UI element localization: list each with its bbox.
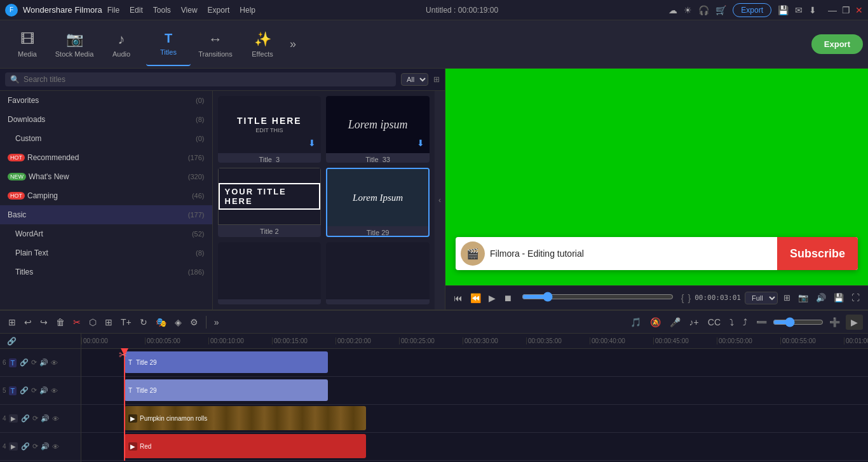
track-eye-6[interactable]: 👁 <box>50 358 58 367</box>
sun-icon[interactable]: ☀ <box>684 5 692 15</box>
track-clip-title29-6[interactable]: T Title 29 <box>125 351 328 373</box>
zoom-level-dropdown[interactable]: Full <box>745 292 778 304</box>
tl-speed[interactable]: ◈ <box>172 315 185 329</box>
track-vol-4r[interactable]: 🔊 <box>40 442 50 451</box>
tl-audio-duck[interactable]: 🎵 <box>627 315 644 329</box>
tab-titles[interactable]: T Titles <box>146 23 191 66</box>
track-link-4r[interactable]: 🔗 <box>20 442 31 451</box>
track-link-5[interactable]: 🔗 <box>19 386 29 395</box>
tl-undo[interactable]: ↩ <box>21 315 35 329</box>
more-tabs-button[interactable]: » <box>287 35 299 53</box>
maximize-button[interactable]: ❐ <box>842 5 850 15</box>
play-button[interactable]: ▶ <box>487 291 498 305</box>
prev-save-button[interactable]: 💾 <box>832 291 846 304</box>
track-cam-5[interactable]: ⟳ <box>31 386 37 395</box>
tl-right-panel[interactable]: ▶ <box>846 315 863 330</box>
tl-color[interactable]: 🎭 <box>153 315 170 329</box>
subscribe-button[interactable]: Subscribe <box>777 237 858 270</box>
sidebar-item-plaintext[interactable]: Plain Text (8) <box>0 243 212 262</box>
track-eye-4r[interactable]: 👁 <box>51 442 60 451</box>
fullscreen-button[interactable]: ⛶ <box>850 291 862 304</box>
preview-timeline-slider[interactable] <box>522 292 674 302</box>
tl-zoom-in[interactable]: ➕ <box>826 315 843 329</box>
title-card-title29[interactable]: Lorem Ipsum Title 29 <box>326 168 430 237</box>
snapshot-button[interactable]: 📷 <box>796 291 810 304</box>
tl-zoom-out[interactable]: ➖ <box>753 315 770 329</box>
title-card-title33[interactable]: Lorem ipsum ⬇ Title_33 <box>326 96 430 163</box>
title-card-title2[interactable]: YOUR TITLE HERE Title 2 <box>218 168 322 237</box>
login-button[interactable]: Export <box>733 3 771 17</box>
title-card-title3[interactable]: TITLE HERE EDIT THIS ⬇ Title_3 <box>218 96 322 163</box>
track-vol-5[interactable]: 🔊 <box>39 386 49 395</box>
tl-delete[interactable]: 🗑 <box>53 315 68 329</box>
tl-cut[interactable]: ✂ <box>70 315 84 329</box>
tl-split[interactable]: ⊞ <box>102 315 116 329</box>
menu-view[interactable]: View <box>181 6 198 15</box>
title-card-empty2[interactable] <box>326 242 430 304</box>
tl-add-track[interactable]: ⊞ <box>5 315 19 329</box>
fit-screen-button[interactable]: ⊞ <box>782 291 792 304</box>
tl-captions[interactable]: CC <box>705 315 724 329</box>
track-link-4v[interactable]: 🔗 <box>20 414 31 423</box>
track-cam-6[interactable]: ⟳ <box>31 358 37 367</box>
filter-dropdown[interactable]: All <box>401 73 428 86</box>
sidebar-item-titles[interactable]: Titles (186) <box>0 262 212 282</box>
search-input[interactable] <box>24 75 391 84</box>
tl-record[interactable]: 🎤 <box>667 315 684 329</box>
sidebar-item-wordart[interactable]: WordArt (52) <box>0 224 212 243</box>
menu-tools[interactable]: Tools <box>153 6 171 15</box>
menu-edit[interactable]: Edit <box>130 6 143 15</box>
close-button[interactable]: ✕ <box>855 5 863 15</box>
tl-silence[interactable]: 🔕 <box>647 315 664 329</box>
track-vol-4v[interactable]: 🔊 <box>40 414 50 423</box>
track-link-button[interactable]: 🔗 <box>4 335 20 348</box>
sidebar-item-recommended[interactable]: HOT Recommended (176) <box>0 148 212 167</box>
menu-export[interactable]: Export <box>208 6 230 15</box>
title33-download-icon[interactable]: ⬇ <box>417 138 424 148</box>
tl-clip-out[interactable]: ⤴ <box>740 315 750 329</box>
track-vol-6[interactable]: 🔊 <box>39 358 49 367</box>
title-card-empty1[interactable] <box>218 242 322 304</box>
track-eye-4v[interactable]: 👁 <box>51 414 60 423</box>
track-cam-4v[interactable]: ⟳ <box>32 414 39 423</box>
mail-icon[interactable]: ✉ <box>795 5 803 15</box>
menu-help[interactable]: Help <box>240 6 255 15</box>
cart-icon[interactable]: 🛒 <box>715 5 726 15</box>
track-link-6[interactable]: 🔗 <box>19 358 29 367</box>
title3-download-icon[interactable]: ⬇ <box>308 138 316 148</box>
track-clip-title29-5[interactable]: T Title 29 <box>125 379 328 401</box>
export-button[interactable]: Export <box>811 34 863 54</box>
tl-crop[interactable]: ⬡ <box>86 315 100 329</box>
sidebar-item-custom[interactable]: Custom (0) <box>0 129 212 148</box>
tab-audio[interactable]: ♪ Audio <box>99 23 144 66</box>
tl-text[interactable]: T+ <box>118 315 135 329</box>
tl-settings[interactable]: ⚙ <box>187 315 201 329</box>
tl-music[interactable]: ♪+ <box>686 315 702 329</box>
grid-view-icon[interactable]: ⊞ <box>433 75 440 84</box>
tl-redo[interactable]: ↪ <box>37 315 51 329</box>
track-clip-pumpkin[interactable]: ▶ Pumpkin cinnamon rolls <box>125 406 366 430</box>
sidebar-item-whats-new[interactable]: NEW What's New (320) <box>0 167 212 186</box>
sidebar-item-basic[interactable]: Basic (177) <box>0 205 212 224</box>
headset-icon[interactable]: 🎧 <box>698 5 709 15</box>
menu-file[interactable]: File <box>107 6 119 15</box>
frame-back-button[interactable]: ⏪ <box>468 291 483 305</box>
tl-clip-in[interactable]: ⤵ <box>726 315 737 329</box>
minimize-button[interactable]: — <box>828 5 837 15</box>
timeline-zoom-slider[interactable] <box>773 317 824 327</box>
tab-transitions[interactable]: ↔ Transitions <box>193 23 238 66</box>
timeline-tracks-scroll[interactable]: 00:00:00 00:00:05:00 00:00:10:00 00:00:1… <box>81 334 868 462</box>
track-eye-5[interactable]: 👁 <box>50 386 58 395</box>
download-icon[interactable]: ⬇ <box>809 5 817 15</box>
tab-media[interactable]: 🎞 Media <box>5 23 50 66</box>
skip-back-button[interactable]: ⏮ <box>452 291 465 305</box>
tab-stock[interactable]: 📷 Stock Media <box>52 23 97 66</box>
stop-button[interactable]: ⏹ <box>501 291 514 305</box>
scroll-arrow[interactable]: ‹ <box>435 91 445 309</box>
tl-more[interactable]: » <box>211 315 222 329</box>
volume-button[interactable]: 🔊 <box>814 291 828 304</box>
cloud-icon[interactable]: ☁ <box>668 5 677 15</box>
sidebar-item-favorites[interactable]: Favorites (0) <box>0 91 212 110</box>
track-clip-red[interactable]: ▶ Red <box>125 434 366 458</box>
tl-rotate[interactable]: ↻ <box>137 315 151 329</box>
